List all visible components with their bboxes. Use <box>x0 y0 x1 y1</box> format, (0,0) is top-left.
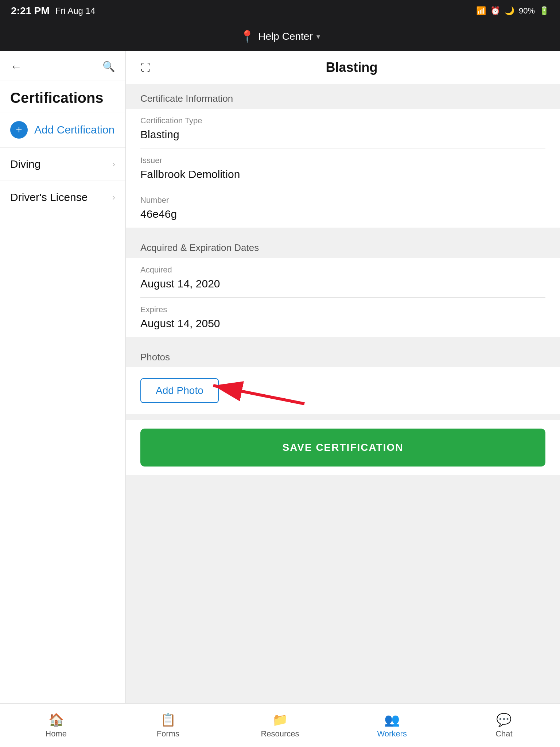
cert-info-fields: Certification Type Blasting Issuer Fallb… <box>126 109 560 228</box>
forms-icon: 📋 <box>160 712 176 727</box>
acquired-label: Acquired <box>140 265 545 275</box>
chat-icon: 💬 <box>496 712 512 727</box>
nav-forms[interactable]: 📋 Forms <box>112 709 224 742</box>
sidebar-title: Certifications <box>0 81 125 112</box>
annotation-arrow <box>206 375 308 407</box>
acquired-field: Acquired August 14, 2020 <box>140 258 545 298</box>
expires-label: Expires <box>140 305 545 314</box>
chevron-right-icon-2: › <box>112 192 115 202</box>
acquired-value[interactable]: August 14, 2020 <box>140 278 545 290</box>
status-date: Fri Aug 14 <box>55 6 95 16</box>
cert-info-heading: Certificate Information <box>126 84 560 109</box>
nav-workers[interactable]: 👥 Workers <box>336 709 448 742</box>
chat-label: Chat <box>495 729 512 739</box>
chevron-right-icon: › <box>112 159 115 169</box>
forms-label: Forms <box>157 729 179 739</box>
search-button[interactable]: 🔍 <box>102 61 115 73</box>
issuer-field: Issuer Fallbrook Demolition <box>140 148 545 188</box>
content-scroll: Certificate Information Certification Ty… <box>126 84 560 703</box>
back-button[interactable]: ← <box>10 60 22 73</box>
cert-type-value[interactable]: Blasting <box>140 128 545 141</box>
dates-fields: Acquired August 14, 2020 Expires August … <box>126 258 560 337</box>
save-certification-button[interactable]: SAVE CERTIFICATION <box>140 429 545 467</box>
number-label: Number <box>140 196 545 205</box>
location-pin-icon: 📍 <box>240 30 254 43</box>
battery-icon: 🔋 <box>539 6 549 16</box>
add-icon: + <box>10 121 28 139</box>
expires-field: Expires August 14, 2050 <box>140 298 545 337</box>
certificate-info-section: Certificate Information Certification Ty… <box>126 84 560 228</box>
chevron-down-icon: ▾ <box>316 32 320 41</box>
workers-label: Workers <box>377 729 407 739</box>
nav-home[interactable]: 🏠 Home <box>0 709 112 742</box>
content-header: ⛶ Blasting <box>126 51 560 84</box>
moon-icon: 🌙 <box>505 6 514 16</box>
add-certification-label: Add Certification <box>34 124 114 136</box>
photos-section: Photos Add Photo <box>126 343 560 414</box>
photos-heading: Photos <box>126 343 560 367</box>
help-center-label: Help Center <box>258 31 312 42</box>
number-field: Number 46e46g <box>140 188 545 228</box>
dates-section: Acquired & Expiration Dates Acquired Aug… <box>126 233 560 337</box>
resources-icon: 📁 <box>272 712 288 727</box>
main-layout: ← 🔍 Certifications + Add Certification D… <box>0 51 560 703</box>
sidebar-item-drivers-license[interactable]: Driver's License › <box>0 181 125 214</box>
expires-value[interactable]: August 14, 2050 <box>140 317 545 330</box>
add-photo-container: Add Photo <box>140 378 219 403</box>
expand-icon[interactable]: ⛶ <box>140 62 151 74</box>
cert-info-card: Certification Type Blasting Issuer Fallb… <box>126 109 560 228</box>
bottom-nav: 🏠 Home 📋 Forms 📁 Resources 👥 Workers 💬 C… <box>0 703 560 747</box>
sidebar-header: ← 🔍 <box>0 51 125 81</box>
home-icon: 🏠 <box>48 712 64 727</box>
status-bar: 2:21 PM Fri Aug 14 📶 ⏰ 🌙 90% 🔋 <box>0 0 560 22</box>
content-area: ⛶ Blasting Certificate Information Certi… <box>126 51 560 703</box>
cert-type-label: Certification Type <box>140 116 545 125</box>
photos-card: Add Photo <box>126 367 560 414</box>
status-icons: 📶 ⏰ 🌙 90% 🔋 <box>476 6 549 16</box>
home-label: Home <box>45 729 67 739</box>
nav-resources[interactable]: 📁 Resources <box>224 709 336 742</box>
status-time: 2:21 PM <box>11 5 50 17</box>
save-button-container: SAVE CERTIFICATION <box>126 420 560 475</box>
drivers-license-label: Driver's License <box>10 191 88 204</box>
sidebar-item-diving[interactable]: Diving › <box>0 148 125 181</box>
resources-label: Resources <box>261 729 299 739</box>
wifi-icon: 📶 <box>476 6 486 16</box>
alarm-icon: ⏰ <box>490 6 500 16</box>
issuer-label: Issuer <box>140 156 545 165</box>
add-photo-button[interactable]: Add Photo <box>140 378 219 403</box>
svg-line-1 <box>213 386 304 404</box>
dates-heading: Acquired & Expiration Dates <box>126 233 560 258</box>
dates-card: Acquired August 14, 2020 Expires August … <box>126 258 560 337</box>
help-bar[interactable]: 📍 Help Center ▾ <box>0 22 560 51</box>
issuer-value[interactable]: Fallbrook Demolition <box>140 168 545 181</box>
cert-type-field: Certification Type Blasting <box>140 109 545 148</box>
add-certification-button[interactable]: + Add Certification <box>0 112 125 148</box>
number-value[interactable]: 46e46g <box>140 208 545 220</box>
page-title: Blasting <box>158 60 545 75</box>
diving-label: Diving <box>10 158 40 170</box>
workers-icon: 👥 <box>384 712 400 727</box>
nav-chat[interactable]: 💬 Chat <box>448 709 560 742</box>
battery-text: 90% <box>519 6 535 16</box>
sidebar: ← 🔍 Certifications + Add Certification D… <box>0 51 126 703</box>
